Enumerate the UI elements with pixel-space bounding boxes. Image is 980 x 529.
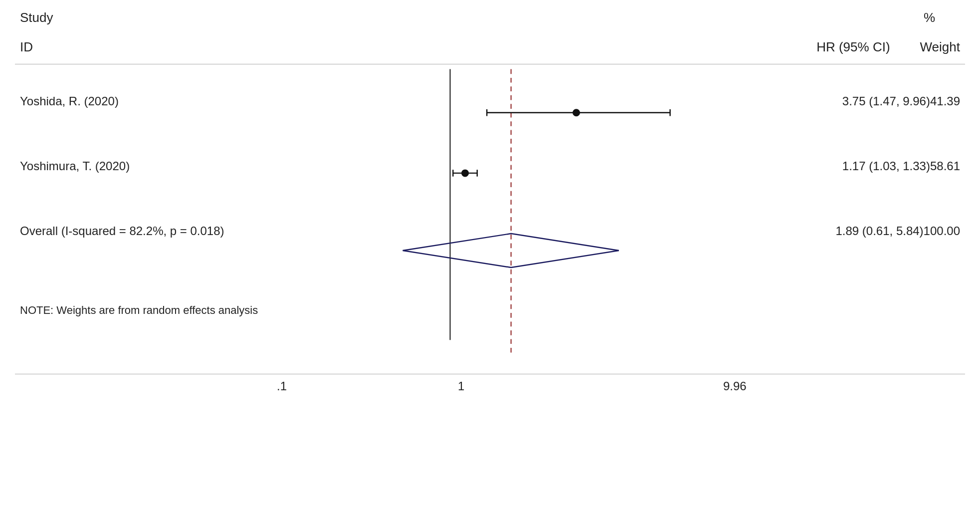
yoshida-point [573,109,580,116]
hr-ci-subheader: HR (95% CI) [816,39,890,55]
bottom-divider [15,374,965,374]
chart-main: Yoshida, R. (2020) 3.75 (1.47, 9.96)41.3… [15,64,965,374]
axis-label-1: 1 [458,379,464,393]
yoshimura-point [462,170,469,177]
subheader-row: ID HR (95% CI) Weight [15,30,965,55]
header-row: Study % [15,5,965,25]
axis-label-996: 9.96 [723,379,747,393]
weight-subheader: Weight [920,39,960,55]
axis-label-01: .1 [277,379,287,393]
id-subheader: ID [20,39,33,55]
forest-plot-container: Study % ID HR (95% CI) Weight Yoshida, R… [0,0,980,529]
subheader-right: HR (95% CI) Weight [816,39,960,55]
forest-plot-svg [15,64,965,374]
study-header: Study [20,10,53,25]
percent-header: % [924,10,935,25]
